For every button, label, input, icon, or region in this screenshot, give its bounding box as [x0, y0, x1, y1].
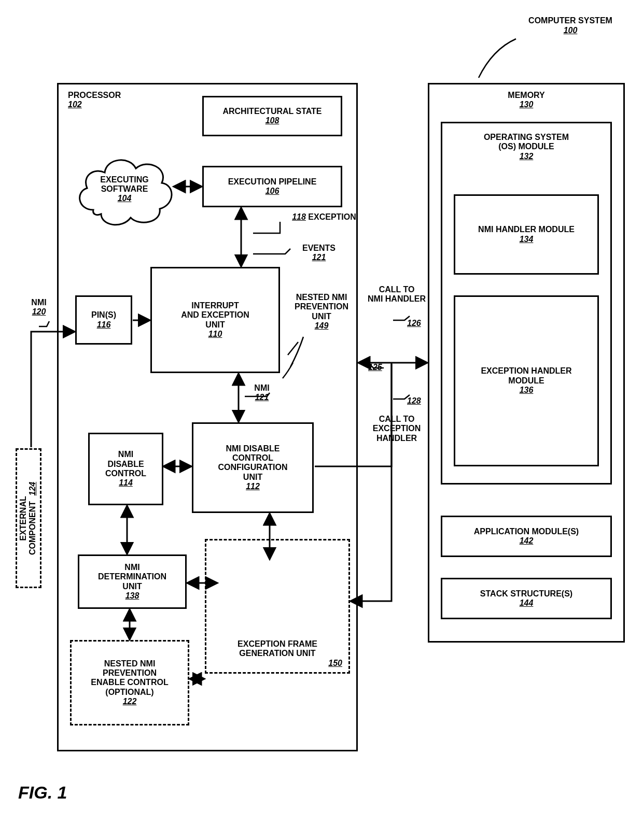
stack-box: STACK STRUCTURE(S) 144: [441, 578, 612, 619]
int-exc-unit-box: INTERRUPT AND EXCEPTION UNIT 110: [150, 267, 280, 373]
pins-box: PIN(S) 116: [75, 295, 132, 345]
nmi-disable-ctrl-box: NMI DISABLE CONTROL 114: [88, 433, 163, 505]
nmi-disable-cfg-box: NMI DISABLE CONTROL CONFIGURATION UNIT 1…: [192, 422, 314, 513]
nested-enable-box: NESTED NMI PREVENTION ENABLE CONTROL (OP…: [70, 640, 189, 725]
nmi-ext-label: NMI 120: [23, 298, 54, 317]
figure-label: FIG. 1: [18, 782, 67, 803]
nmi-det-unit-box: NMI DETERMINATION UNIT 138: [78, 554, 187, 609]
system-title: COMPUTER SYSTEM 100: [519, 16, 622, 35]
arch-state-box: ARCHITECTURAL STATE 108: [202, 96, 342, 136]
external-component-box: EXTERNAL COMPONENT 124: [16, 448, 41, 588]
apps-box: APPLICATION MODULE(S) 142: [441, 516, 612, 557]
mid-ref: 125: [368, 363, 382, 372]
call-nmi-ref: 126: [407, 319, 421, 328]
call-exc-ref: 128: [407, 396, 421, 406]
call-exc-label: CALL TO EXCEPTION HANDLER: [366, 415, 428, 443]
call-nmi-label: CALL TO NMI HANDLER: [366, 285, 428, 304]
exception-label: 118 EXCEPTION: [290, 212, 358, 222]
exec-software-cloud: EXECUTING SOFTWARE 104: [73, 148, 176, 231]
events-label: EVENTS 121: [293, 244, 345, 263]
exc-frame-gen-box: EXCEPTION FRAME GENERATION UNIT 150: [205, 539, 350, 674]
exec-pipeline-box: EXECUTION PIPELINE 106: [202, 166, 342, 207]
nmi-internal-label: NMI 121: [246, 383, 277, 403]
exc-handler-box: EXCEPTION HANDLER MODULE 136: [454, 295, 599, 466]
nested-prev-unit-label: NESTED NMI PREVENTION UNIT 149: [290, 293, 353, 331]
nmi-handler-box: NMI HANDLER MODULE 134: [454, 194, 599, 275]
